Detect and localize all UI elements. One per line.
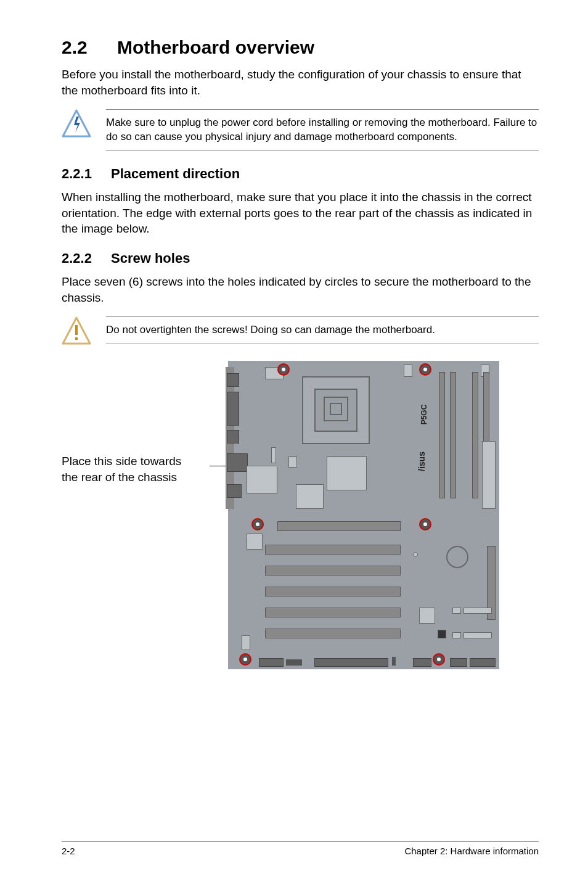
chip bbox=[296, 484, 324, 509]
chipset bbox=[327, 456, 367, 490]
screw-hole bbox=[251, 518, 264, 530]
atx-power-connector bbox=[482, 441, 496, 509]
diagram-side-label-line1: Place this side towards bbox=[62, 455, 181, 468]
pci-slot bbox=[265, 545, 401, 555]
chip bbox=[404, 365, 412, 377]
caution-text: Do not overtighten the screws! Doing so … bbox=[106, 323, 539, 337]
diagram-side-label-line2: the rear of the chassis bbox=[62, 471, 177, 484]
diagram-side-label: Place this side towards the rear of the … bbox=[62, 361, 216, 485]
svg-rect-3 bbox=[75, 325, 78, 335]
svg-marker-1 bbox=[74, 117, 80, 133]
screw-hole bbox=[419, 363, 431, 376]
chip bbox=[242, 635, 250, 650]
sata-port bbox=[452, 632, 461, 638]
screw-hole bbox=[419, 518, 431, 530]
header bbox=[259, 658, 284, 667]
pin-header bbox=[392, 657, 396, 666]
screw-hole bbox=[277, 363, 290, 376]
section-title: Motherboard overview bbox=[117, 37, 314, 57]
chip bbox=[438, 630, 446, 638]
header bbox=[271, 447, 276, 463]
cpu-socket-inner bbox=[324, 397, 348, 421]
section-heading: 2.2Motherboard overview bbox=[62, 37, 539, 58]
header bbox=[470, 658, 496, 667]
cmos-battery bbox=[446, 546, 468, 568]
model-label: P5GC bbox=[420, 405, 429, 425]
io-port bbox=[227, 392, 239, 426]
sata-port bbox=[452, 608, 461, 614]
pci-slot bbox=[265, 587, 401, 596]
io-port bbox=[227, 373, 239, 387]
caution-icon bbox=[62, 316, 91, 346]
svg-rect-4 bbox=[75, 337, 78, 340]
caution-callout: Do not overtighten the screws! Doing so … bbox=[62, 316, 539, 346]
motherboard-illustration: /isus P5GC bbox=[228, 361, 499, 669]
sata-port bbox=[463, 632, 492, 638]
subsection-title: Screw holes bbox=[111, 250, 190, 266]
warning-callout: Make sure to unplug the power cord befor… bbox=[62, 109, 539, 151]
dimm-slot bbox=[450, 372, 456, 498]
subsection-heading: 2.2.1Placement direction bbox=[62, 166, 539, 182]
section-number: 2.2 bbox=[62, 37, 117, 58]
pci-slot bbox=[265, 608, 401, 617]
header bbox=[288, 456, 297, 468]
subsection-number: 2.2.1 bbox=[62, 166, 111, 182]
io-port bbox=[227, 453, 248, 472]
sata-port bbox=[463, 608, 492, 614]
dimm-slot bbox=[472, 372, 478, 498]
warning-text: Make sure to unplug the power cord befor… bbox=[106, 116, 539, 144]
chapter-label: Chapter 2: Hardware information bbox=[404, 846, 539, 856]
header bbox=[413, 658, 431, 667]
pci-slot bbox=[265, 629, 401, 638]
subsection-body: Place seven (6) screws into the holes in… bbox=[62, 274, 539, 305]
pin-header bbox=[286, 659, 302, 666]
subsection-number: 2.2.2 bbox=[62, 250, 111, 266]
lightning-icon bbox=[62, 109, 91, 139]
io-port bbox=[227, 430, 239, 444]
chip bbox=[419, 608, 435, 624]
pcie-slot bbox=[277, 521, 401, 531]
section-intro: Before you install the motherboard, stud… bbox=[62, 67, 539, 98]
subsection-title: Placement direction bbox=[111, 166, 240, 181]
page-number: 2-2 bbox=[62, 846, 75, 856]
header bbox=[450, 658, 467, 667]
subsection-body: When installing the motherboard, make su… bbox=[62, 189, 539, 237]
io-port bbox=[227, 484, 242, 498]
pci-slot bbox=[265, 566, 401, 576]
dimm-slot bbox=[439, 372, 445, 498]
subsection-heading: 2.2.2Screw holes bbox=[62, 250, 539, 266]
dot bbox=[413, 552, 418, 557]
brand-label: /isus bbox=[417, 452, 427, 471]
chip bbox=[247, 534, 263, 550]
bottom-headers bbox=[228, 654, 499, 667]
header bbox=[314, 658, 388, 667]
motherboard-diagram: Place this side towards the rear of the … bbox=[62, 361, 539, 669]
chip bbox=[247, 466, 277, 493]
page-footer: 2-2 Chapter 2: Hardware information bbox=[62, 841, 539, 856]
